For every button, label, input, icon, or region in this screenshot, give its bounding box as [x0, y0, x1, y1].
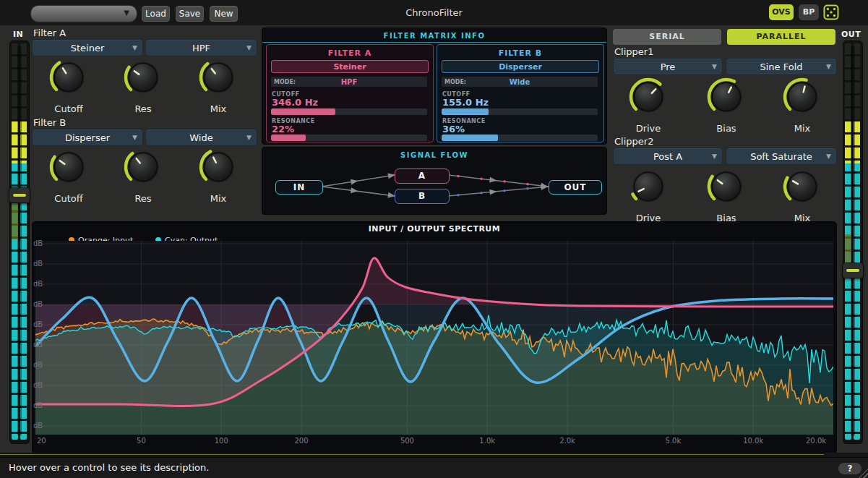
output-meter-olive-zone [845, 234, 851, 263]
clipper1-type-dropdown[interactable]: Sine Fold ▼ [726, 58, 837, 75]
filter-b-info-card: FILTER B Disperser MODE: Wide CUTOFF 155… [437, 44, 604, 142]
card-b-res-bar [442, 135, 598, 141]
filter-a-mode-value: HPF [192, 43, 210, 54]
clipper2-label: Clipper2 [614, 136, 653, 147]
clipper1-drive-knob[interactable]: Drive [622, 76, 674, 134]
spectrum-plot [35, 241, 833, 435]
bottom-zone: Hover over a control to see its descript… [0, 453, 868, 478]
db-tick-label: dB [33, 401, 44, 409]
card-a-title: FILTER A [267, 48, 433, 58]
card-a-cutoff-value: 346.0 Hz [272, 97, 318, 108]
clipper2-drive-knob[interactable]: Drive [622, 166, 674, 223]
filter-b-mode-dropdown[interactable]: Wide ▼ [145, 129, 257, 146]
top-bar: ▼ Load Save New ChronoFilter OVS BP [0, 0, 868, 25]
out-meter-label: OUT [841, 30, 861, 39]
filter-a-res-knob[interactable]: Res [117, 56, 169, 114]
filter-b-type-value: Disperser [65, 132, 110, 143]
in-meter-label: IN [13, 30, 23, 39]
clipper2-bias-knob[interactable]: Bias [700, 166, 752, 223]
parallel-routing-button[interactable]: PARALLEL [727, 29, 835, 45]
input-fader-track [17, 46, 22, 436]
chevron-down-icon: ▼ [132, 134, 137, 141]
clipper2-position-value: Post A [653, 151, 682, 162]
status-bar: Hover over a control to see its descript… [0, 457, 868, 478]
chevron-down-icon: ▼ [826, 63, 831, 70]
filter-matrix-title: FILTER MATRIX INFO [262, 32, 606, 40]
filter-a-cutoff-knob[interactable]: Cutoff [43, 56, 95, 114]
signal-flow-panel: SIGNAL FLOW IN A B OUT [262, 147, 607, 215]
clipper2-mix-knob[interactable]: Mix [776, 166, 828, 223]
filter-a-mode-dropdown[interactable]: HPF ▼ [145, 39, 257, 56]
input-gain-fader[interactable] [9, 187, 30, 203]
flow-node-b: B [395, 189, 450, 204]
clipper1-bias-knob[interactable]: Bias [700, 76, 752, 134]
clipper2-type-dropdown[interactable]: Soft Saturate ▼ [726, 148, 837, 165]
spectrum-analyzer: INPUT / OUTPUT SPECTRUM Orange: Input Cy… [32, 221, 837, 454]
filter-a-type-dropdown[interactable]: Steiner ▼ [32, 39, 143, 56]
filter-matrix-panel: FILTER MATRIX INFO FILTER A Steiner MODE… [262, 27, 607, 145]
clipper1-type-value: Sine Fold [760, 61, 802, 72]
freq-tick-label: 200 [291, 437, 311, 445]
db-tick-label: dB [33, 381, 44, 389]
card-a-cutoff-bar [271, 108, 427, 115]
freq-tick-label: 5.0k [663, 437, 683, 445]
status-message: Hover over a control to see its descript… [9, 462, 209, 473]
card-a-mode-row: MODE: HPF [271, 77, 427, 87]
output-gain-fader[interactable] [842, 263, 864, 278]
output-meter [843, 40, 863, 444]
filter-a-mix-knob[interactable]: Mix [192, 56, 244, 114]
card-b-cutoff-value: 155.0 Hz [442, 97, 489, 108]
clipper1-position-dropdown[interactable]: Pre ▼ [613, 58, 723, 75]
flow-node-a: A [395, 168, 450, 184]
card-a-type-chip: Steiner [271, 60, 429, 73]
db-tick-label: dB [33, 239, 44, 247]
flow-node-in: IN [275, 180, 323, 195]
db-tick-label: dB [33, 300, 44, 308]
filter-b-type-dropdown[interactable]: Disperser ▼ [32, 129, 143, 146]
filter-a-label: Filter A [33, 27, 66, 38]
card-a-res-bar [271, 135, 427, 141]
chevron-down-icon: ▼ [246, 44, 252, 51]
oversampling-button[interactable]: OVS [769, 4, 794, 20]
freq-tick-label: 100 [211, 437, 231, 445]
filter-a-type-value: Steiner [71, 43, 105, 54]
freq-tick-label: 50 [131, 437, 151, 445]
chevron-down-icon: ▼ [712, 153, 717, 160]
filter-a-info-card: FILTER A Steiner MODE: HPF CUTOFF 346.0 … [266, 44, 434, 142]
filter-b-label: Filter B [33, 117, 66, 128]
filter-b-mode-value: Wide [189, 132, 212, 143]
plugin-window: ▼ Load Save New ChronoFilter OVS BP IN O… [0, 0, 868, 478]
input-meter [9, 40, 30, 444]
clipper2-position-dropdown[interactable]: Post A ▼ [613, 148, 723, 165]
randomize-dice-icon[interactable] [823, 4, 839, 20]
filter-b-mix-knob[interactable]: Mix [192, 146, 244, 204]
db-tick-label: dB [33, 260, 44, 268]
db-tick-label: dB [33, 422, 44, 430]
card-a-res-value: 22% [272, 124, 294, 135]
clipper1-label: Clipper1 [614, 46, 653, 57]
card-b-res-value: 36% [442, 124, 465, 135]
card-b-type-chip: Disperser [442, 60, 599, 73]
filter-b-res-knob[interactable]: Res [117, 146, 169, 204]
freq-tick-label: 20.0k [806, 437, 826, 445]
page-title: ChronoFilter [0, 7, 868, 18]
help-button[interactable]: ? [838, 463, 861, 474]
freq-tick-label: 20 [37, 437, 46, 445]
accent-divider [0, 454, 824, 455]
freq-tick-label: 2.0k [557, 437, 577, 445]
db-tick-label: dB [33, 341, 44, 349]
clipper1-mix-knob[interactable]: Mix [776, 76, 828, 134]
freq-tick-label: 1.0k [477, 437, 497, 445]
clipper1-position-value: Pre [661, 61, 676, 72]
chevron-down-icon: ▼ [712, 63, 717, 70]
db-tick-label: dB [33, 361, 44, 369]
card-b-cutoff-bar [442, 108, 598, 115]
freq-tick-label: 10.0k [743, 437, 763, 445]
db-tick-label: dB [33, 320, 44, 328]
flow-node-out: OUT [549, 180, 602, 195]
serial-routing-button[interactable]: SERIAL [613, 29, 721, 45]
card-b-title: FILTER B [437, 48, 603, 58]
filter-b-cutoff-knob[interactable]: Cutoff [43, 146, 95, 204]
chevron-down-icon: ▼ [826, 153, 831, 160]
bypass-button[interactable]: BP [799, 4, 819, 20]
